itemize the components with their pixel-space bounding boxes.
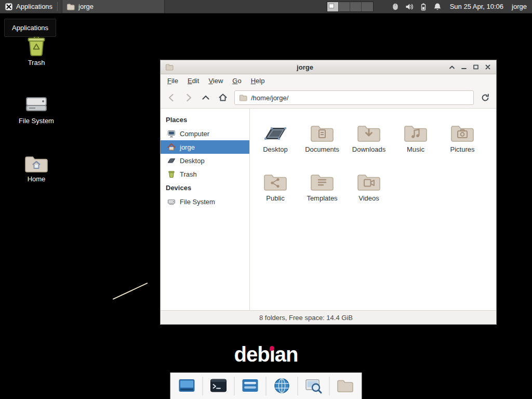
dock-files-launcher[interactable] <box>336 376 355 396</box>
minimize-button[interactable] <box>458 62 469 73</box>
file-manager-window: jorge FileEditViewGoHelp /home/jorge/ Pl… <box>160 60 497 325</box>
top-panel: Applications jorge Sun 25 Apr, 10:06 jor… <box>0 0 532 14</box>
forward-button[interactable] <box>181 90 196 105</box>
back-icon <box>166 92 177 103</box>
file-desktop[interactable]: Desktop <box>252 119 299 168</box>
dock-panel-launcher[interactable] <box>241 376 260 396</box>
sidebar-item-computer[interactable]: Computer <box>161 127 249 140</box>
dock-separator <box>266 377 267 395</box>
titlebar[interactable]: jorge <box>161 60 496 74</box>
workspace-4[interactable] <box>362 2 373 11</box>
close-button[interactable] <box>482 62 493 73</box>
mouse-icon[interactable] <box>391 3 400 11</box>
home-desktop-icon <box>24 154 48 174</box>
back-button[interactable] <box>164 90 179 105</box>
pictures-folder-icon <box>450 119 474 143</box>
menu-go[interactable]: Go <box>228 75 246 86</box>
sidebar-item-trash[interactable]: Trash <box>161 167 249 181</box>
file-documents[interactable]: Documents <box>299 119 345 168</box>
clock[interactable]: Sun 25 Apr, 10:06 <box>450 3 503 10</box>
workspace-switcher[interactable] <box>327 2 374 12</box>
sidebar-item-label: File System <box>180 198 215 206</box>
desktop: { "colors": { "selection": "#4684c4", "f… <box>0 0 532 399</box>
menu-edit[interactable]: Edit <box>183 75 204 86</box>
file-label: Music <box>407 145 424 153</box>
up-icon <box>201 92 211 103</box>
sidebar-header-devices: Devices <box>161 181 249 195</box>
debian-logo-i: ı <box>270 343 275 366</box>
desktop-icon-home[interactable]: Home <box>7 154 65 183</box>
file-label: Pictures <box>450 145 475 153</box>
workspace-window-preview <box>329 4 334 8</box>
applications-tooltip: Applications <box>4 19 56 37</box>
dock-terminal-launcher[interactable] <box>209 376 229 396</box>
debian-logo: debıan <box>234 343 298 366</box>
sidebar-header-places: Places <box>161 113 249 127</box>
close-icon <box>484 63 492 71</box>
desktop-icon-file-system[interactable]: File System <box>7 92 65 125</box>
window-body: PlacesComputerjorgeDesktopTrashDevicesFi… <box>161 109 496 310</box>
dock-browser-launcher[interactable] <box>272 376 292 396</box>
file-pictures[interactable]: Pictures <box>439 119 486 168</box>
workspace-2[interactable] <box>339 2 350 11</box>
user-menu[interactable]: jorge <box>512 3 527 10</box>
shade-button[interactable] <box>446 62 457 73</box>
menu-help[interactable]: Help <box>246 75 270 86</box>
dock-panel-icon <box>242 377 259 395</box>
sidebar-item-desktop[interactable]: Desktop <box>161 154 249 167</box>
reload-button[interactable] <box>477 90 493 105</box>
file-public[interactable]: Public <box>252 168 299 217</box>
videos-folder-icon <box>357 168 381 192</box>
notifications-bell-icon[interactable] <box>433 3 442 11</box>
dock-finder-icon <box>305 377 323 395</box>
sidebar-item-file-system[interactable]: File System <box>161 195 249 208</box>
file-videos[interactable]: Videos <box>345 168 392 217</box>
power-icon[interactable] <box>419 3 428 11</box>
workspace-3[interactable] <box>350 2 362 11</box>
dock-finder-launcher[interactable] <box>304 376 324 396</box>
file-downloads[interactable]: Downloads <box>345 119 392 168</box>
minimize-icon <box>460 63 468 71</box>
dock-terminal-icon <box>210 377 228 395</box>
dock-desktop-launcher[interactable] <box>177 376 197 396</box>
drive-mini-icon <box>167 197 176 206</box>
volume-icon[interactable] <box>405 3 414 11</box>
sidebar-item-jorge[interactable]: jorge <box>161 140 249 154</box>
shade-icon <box>448 63 456 71</box>
window-title: jorge <box>161 63 449 71</box>
sidebar-item-label: Desktop <box>180 157 205 165</box>
file-label: Videos <box>358 194 379 202</box>
sidebar-item-label: jorge <box>180 143 195 151</box>
dock-separator <box>298 377 298 395</box>
home-nav-icon <box>218 92 228 103</box>
workspace-1[interactable] <box>327 2 339 11</box>
home-button[interactable] <box>215 90 231 105</box>
trash-mini-icon <box>167 170 176 178</box>
desktop-icon-trash[interactable]: Trash <box>7 34 65 66</box>
downloads-folder-icon <box>357 119 381 143</box>
music-folder-icon <box>404 119 428 143</box>
path-bar[interactable]: /home/jorge/ <box>234 90 474 105</box>
maximize-button[interactable] <box>470 62 481 73</box>
dock-files-icon <box>337 377 354 395</box>
documents-folder-icon <box>310 119 334 143</box>
dock-separator <box>234 377 235 395</box>
taskbar-item-jorge[interactable]: jorge <box>62 0 165 13</box>
toolbar: /home/jorge/ <box>161 87 496 109</box>
applications-icon <box>5 3 13 11</box>
taskbar-item-label: jorge <box>78 3 94 10</box>
dock-separator <box>329 377 330 395</box>
applications-menu-button[interactable]: Applications <box>0 0 57 13</box>
menu-file[interactable]: File <box>163 75 183 86</box>
system-tray <box>391 3 442 11</box>
up-button[interactable] <box>198 90 214 105</box>
templates-folder-icon <box>310 168 334 192</box>
reload-icon <box>480 92 490 103</box>
trash-desktop-icon <box>24 34 48 57</box>
menu-view[interactable]: View <box>204 75 228 86</box>
home-icon <box>167 143 176 151</box>
file-music[interactable]: Music <box>392 119 439 168</box>
file-templates[interactable]: Templates <box>299 168 345 217</box>
file-label: Templates <box>307 194 337 202</box>
file-label: Public <box>266 194 284 202</box>
